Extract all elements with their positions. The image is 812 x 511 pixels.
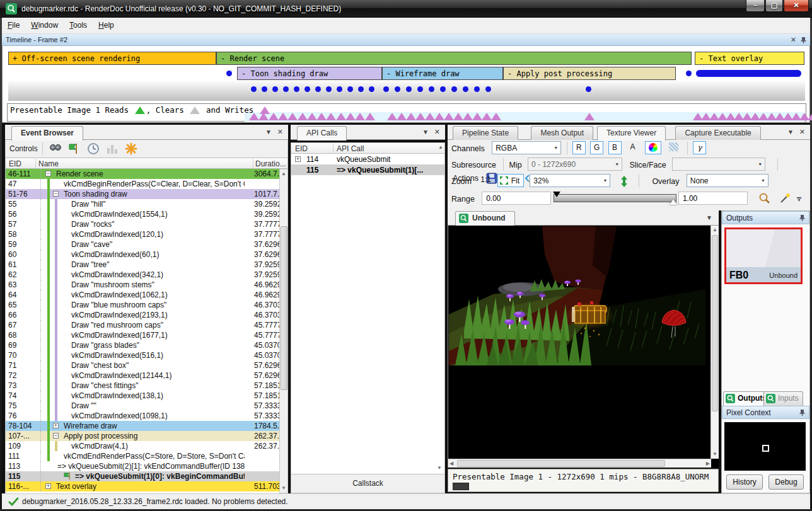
column-name[interactable]: Name xyxy=(38,159,59,168)
chevron-down-icon[interactable]: ▼ xyxy=(422,129,429,135)
event-row[interactable]: 116-...+Text overlay511.7037 xyxy=(6,481,279,491)
scroll-down-icon[interactable]: ▼ xyxy=(280,484,287,493)
scroll-up-icon[interactable]: ▲ xyxy=(437,143,444,152)
event-row[interactable]: 70vkCmdDrawIndexed(516,1)45.03704 xyxy=(6,350,279,360)
event-row[interactable]: 65Draw "blue mushroom caps"46.37037 xyxy=(6,300,279,310)
channels-select[interactable]: RGBA▼ xyxy=(492,141,561,154)
event-row[interactable]: 111vkCmdEndRenderPass(C=Store, D=Store, … xyxy=(6,451,279,461)
scroll-left-icon[interactable]: ◀ xyxy=(450,461,453,466)
zoom-level-select[interactable]: 32%▼ xyxy=(530,174,610,187)
event-row[interactable]: 56vkCmdDrawIndexed(1554,1)39.25926 xyxy=(6,209,279,219)
event-row[interactable]: 74vkCmdDrawIndexed(138,1)57.18518 xyxy=(6,391,279,401)
pin-icon[interactable] xyxy=(799,409,806,416)
minimize-button[interactable]: – xyxy=(746,0,765,12)
timeline-marker-bar[interactable]: + Off-screen scene rendering xyxy=(8,52,216,65)
channel-r-button[interactable]: R xyxy=(572,141,586,154)
range-slider[interactable] xyxy=(554,194,676,202)
event-row[interactable]: 62vkCmdDrawIndexed(342,1)37.92593 xyxy=(6,270,279,280)
event-row[interactable]: 69Draw "grass blades"45.03704 xyxy=(6,340,279,350)
close-button[interactable]: ✕ xyxy=(784,0,809,12)
event-row[interactable]: 47vkCmdBeginRenderPass(C=Clear, D=Clear,… xyxy=(6,179,279,189)
event-row[interactable]: 113=> vkQueueSubmit(2)[1]: vkEndCommandB… xyxy=(6,461,279,471)
timeline-marker-bar[interactable]: - Text overlay xyxy=(695,52,804,65)
column-api-call[interactable]: API Call xyxy=(337,144,364,153)
zoom-1-1-button[interactable]: 1:1 xyxy=(478,174,493,187)
gamma-button[interactable]: γ xyxy=(693,141,706,154)
event-row[interactable]: 76vkCmdDrawIndexed(1098,1)57.33333 xyxy=(6,411,279,421)
column-eid[interactable]: EID xyxy=(9,159,21,168)
api-calls-column-header[interactable]: EID API Call ▲ xyxy=(291,142,445,154)
range-options-icon[interactable]: ▬▼ xyxy=(797,195,801,202)
menu-window[interactable]: Window xyxy=(25,18,64,33)
tab-mesh-output[interactable]: Mesh Output xyxy=(531,126,593,140)
event-row[interactable]: 59Draw "cave"37.62963 xyxy=(6,239,279,250)
tab-inputs[interactable]: Inputs xyxy=(763,391,803,406)
filter-star-icon[interactable] xyxy=(124,142,138,156)
event-row[interactable]: 61Draw "tree"37.92593 xyxy=(6,260,279,270)
menu-file[interactable]: File xyxy=(2,18,25,33)
alpha-checker-icon[interactable] xyxy=(666,141,682,154)
tab-capture-executable[interactable]: Capture Executable xyxy=(675,126,760,140)
output-thumbnail-fb0[interactable]: FB0 Unbound xyxy=(724,227,803,284)
range-max-field[interactable]: 1.00 xyxy=(678,192,748,205)
event-row[interactable]: 63Draw "mushroom stems"46.96296 xyxy=(6,280,279,290)
event-row[interactable]: 68vkCmdDrawIndexed(1677,1)45.77778 xyxy=(6,330,279,340)
scrollbar-thumb[interactable] xyxy=(281,226,287,390)
event-row[interactable]: 67Draw "red mushroom caps"45.77778 xyxy=(6,320,279,330)
scroll-up-icon[interactable]: ▲ xyxy=(280,169,287,178)
scroll-up-icon[interactable]: ▲ xyxy=(711,226,719,234)
event-row[interactable]: 58vkCmdDrawIndexed(120,1)37.77778 xyxy=(6,229,279,239)
close-icon[interactable]: ✕ xyxy=(277,128,283,136)
timeline-marker-bar[interactable]: - Toon shading draw xyxy=(237,67,382,80)
range-min-field[interactable]: 0.00 xyxy=(482,192,551,205)
menu-help[interactable]: Help xyxy=(93,18,120,33)
event-row[interactable]: 60vkCmdDrawIndexed(60,1)37.62963 xyxy=(6,250,279,260)
close-icon[interactable]: ✕ xyxy=(799,128,805,136)
event-row[interactable]: 46-111−Render scene3064.7... xyxy=(6,169,279,179)
event-row[interactable]: 55Draw "hill"39.25926 xyxy=(6,199,279,209)
color-wheel-icon[interactable] xyxy=(645,141,661,154)
chevron-down-icon[interactable]: ▼ xyxy=(787,129,794,135)
overlay-select[interactable]: None▼ xyxy=(687,174,768,187)
scroll-down-icon[interactable]: ▼ xyxy=(711,450,719,459)
history-button[interactable]: History xyxy=(726,474,763,490)
event-row[interactable]: 73Draw "chest fittings"57.18518 xyxy=(6,381,279,391)
event-row[interactable]: 51-76−Toon shading draw1017.7... xyxy=(6,189,279,199)
event-row[interactable]: 64vkCmdDrawIndexed(1062,1)46.96296 xyxy=(6,290,279,300)
event-row[interactable]: 72vkCmdDrawIndexed(12144,1)57.62963 xyxy=(6,370,279,381)
maximize-button[interactable]: ▢ xyxy=(765,0,783,12)
debug-button[interactable]: Debug xyxy=(768,474,804,490)
collapse-icon[interactable]: − xyxy=(45,171,51,176)
timeline-marker-bar[interactable]: - Wireframe draw xyxy=(382,67,503,80)
channel-b-button[interactable]: B xyxy=(608,141,622,154)
range-black-handle[interactable] xyxy=(553,192,560,197)
magic-wand-icon[interactable] xyxy=(779,192,791,205)
close-icon[interactable]: ✕ xyxy=(791,36,796,44)
bookmark-flag-icon[interactable] xyxy=(67,142,81,156)
time-icon[interactable] xyxy=(86,142,100,156)
viewport-vertical-scrollbar[interactable]: ▲ ▼ xyxy=(710,226,719,459)
chevron-down-icon[interactable]: ▼ xyxy=(265,129,272,135)
event-row[interactable]: 71Draw "chest box"57.62963 xyxy=(6,360,279,370)
api-call-row[interactable]: +114vkQueueSubmit xyxy=(291,154,444,164)
pixel-context-view[interactable] xyxy=(724,422,806,471)
api-call-row[interactable]: 115=> vkQueueSubmit(1)[... xyxy=(291,164,444,175)
channel-a-button[interactable]: A xyxy=(626,141,639,154)
timeline-marker-bar[interactable]: - Render scene xyxy=(216,52,692,65)
collapse-icon[interactable]: − xyxy=(53,433,59,439)
expand-icon[interactable]: + xyxy=(45,483,51,489)
menu-tools[interactable]: Tools xyxy=(64,18,93,33)
channel-g-button[interactable]: G xyxy=(590,141,603,154)
autofit-magnifier-icon[interactable] xyxy=(758,192,771,205)
event-row[interactable]: 57Draw "rocks"37.77778 xyxy=(6,219,279,229)
callstack-footer[interactable]: Callstack xyxy=(291,474,445,493)
chevron-down-icon[interactable]: ▼ xyxy=(706,214,712,221)
expand-icon[interactable]: + xyxy=(295,156,301,162)
collapse-icon[interactable]: − xyxy=(53,191,59,197)
event-row[interactable]: 109vkCmdDraw(4,1)262.37... xyxy=(6,441,279,451)
column-eid[interactable]: EID xyxy=(295,144,308,153)
event-browser-scrollbar[interactable]: ▲ ▼ xyxy=(279,169,288,493)
flip-y-icon[interactable] xyxy=(619,175,629,188)
zoom-fit-button[interactable]: Fit xyxy=(497,174,524,187)
tab-event-browser[interactable]: Event Browser xyxy=(11,126,83,141)
